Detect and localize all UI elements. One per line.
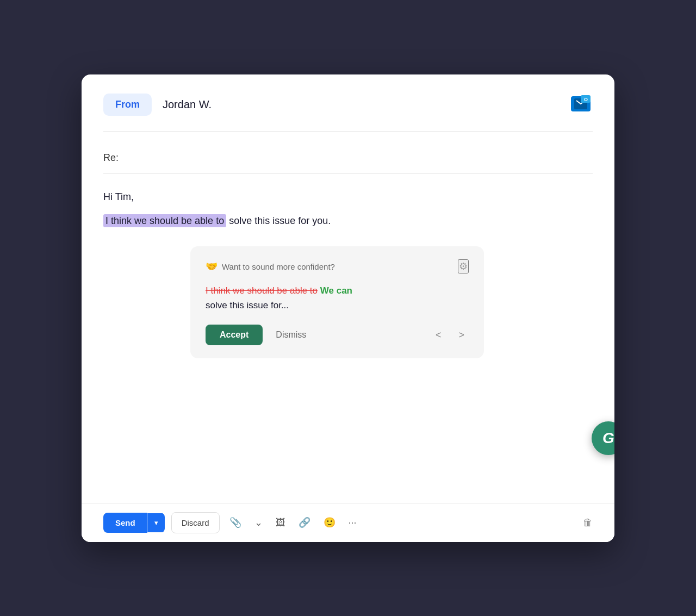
emoji-button[interactable]: 🙂 [320, 513, 339, 532]
send-button[interactable]: Send [103, 513, 147, 533]
re-label: Re: [103, 152, 119, 163]
email-body-text: I think we should be able to solve this … [103, 213, 593, 229]
suggestion-title-text: Want to sound more confident? [222, 262, 335, 271]
svg-text:O: O [584, 97, 588, 102]
grammarly-letter: G [602, 430, 614, 447]
re-row: Re: [103, 142, 593, 174]
sender-name: Jordan W. [163, 98, 212, 111]
trash-button[interactable]: 🗑 [583, 517, 593, 528]
send-group: Send ▾ [103, 513, 165, 533]
email-body: From Jordan W. O Re: Hi Tim, I th [82, 74, 614, 503]
from-label[interactable]: From [103, 94, 152, 116]
image-button[interactable]: 🖼 [272, 514, 289, 532]
discard-button[interactable]: Discard [171, 512, 220, 533]
normal-phrase: solve this issue for you. [226, 215, 331, 226]
accept-button[interactable]: Accept [206, 325, 263, 345]
email-greeting: Hi Tim, [103, 189, 593, 205]
suggestion-header: 🤝 Want to sound more confident? ⚙ [206, 259, 469, 273]
replacement-text: We can [320, 285, 352, 296]
suggestion-emoji: 🤝 [206, 260, 217, 272]
more-button[interactable]: ··· [345, 514, 360, 532]
suggestion-card: 🤝 Want to sound more confident? ⚙ I thin… [190, 246, 484, 358]
dismiss-button[interactable]: Dismiss [271, 325, 310, 345]
suggestion-title: 🤝 Want to sound more confident? [206, 260, 335, 272]
link-button[interactable]: 🔗 [295, 513, 314, 532]
attach-dropdown-button[interactable]: ⌄ [251, 513, 266, 532]
suggestion-text-block: I think we should be able to We can solv… [206, 283, 469, 313]
outlook-icon: O [569, 92, 593, 118]
suggestion-actions: Accept Dismiss < > [206, 325, 469, 345]
settings-button[interactable]: ⚙ [458, 259, 469, 273]
grammarly-fab[interactable]: G [592, 421, 614, 455]
highlighted-phrase: I think we should be able to [103, 214, 226, 227]
nav-buttons: < > [431, 327, 469, 343]
next-suggestion-button[interactable]: > [454, 327, 469, 343]
from-row: From Jordan W. O [103, 92, 593, 132]
email-toolbar: Send ▾ Discard 📎 ⌄ 🖼 🔗 🙂 ··· 🗑 [82, 503, 614, 542]
email-compose-window: From Jordan W. O Re: Hi Tim, I th [82, 74, 614, 542]
deleted-text: I think we should be able to [206, 285, 318, 296]
continuation-text: solve this issue for... [206, 300, 289, 310]
from-row-left: From Jordan W. [103, 94, 212, 116]
attach-button[interactable]: 📎 [226, 513, 245, 532]
prev-suggestion-button[interactable]: < [431, 327, 446, 343]
send-dropdown-button[interactable]: ▾ [147, 513, 165, 532]
email-content: Hi Tim, I think we should be able to sol… [103, 189, 593, 229]
